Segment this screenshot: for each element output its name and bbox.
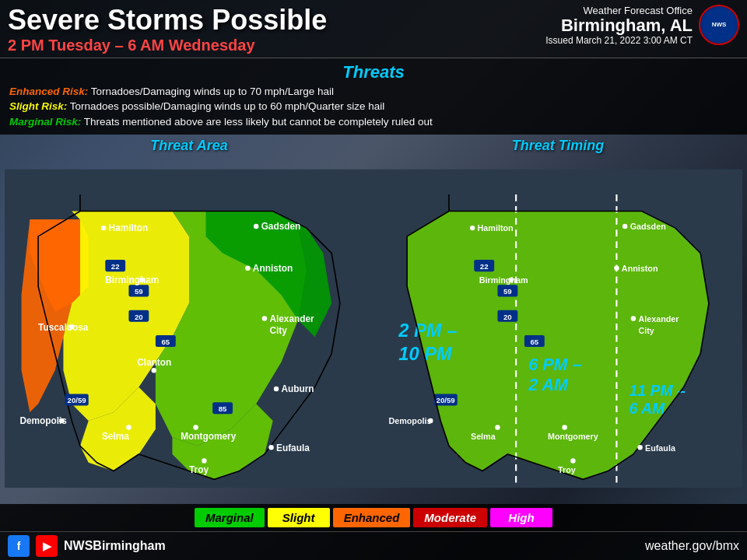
svg-text:Selma: Selma bbox=[102, 431, 129, 442]
svg-text:Gadsden: Gadsden bbox=[261, 221, 301, 232]
svg-text:Eufaula: Eufaula bbox=[645, 443, 676, 453]
svg-point-43 bbox=[202, 459, 206, 464]
maps-section: Threat Area bbox=[0, 135, 747, 501]
svg-text:20: 20 bbox=[503, 313, 512, 321]
svg-text:6 PM –: 6 PM – bbox=[528, 355, 581, 374]
enhanced-risk-label: Enhanced Risk: bbox=[9, 86, 88, 97]
header-left: Severe Storms Possible 2 PM Tuesday – 6 … bbox=[8, 5, 327, 54]
svg-text:22: 22 bbox=[111, 262, 120, 271]
wfo-city: Birmingham, AL bbox=[545, 16, 693, 35]
threat-area-title: Threat Area bbox=[5, 138, 374, 154]
svg-text:59: 59 bbox=[135, 287, 143, 296]
svg-text:Birmingham: Birmingham bbox=[479, 275, 528, 285]
wfo-info: Weather Forecast Office Birmingham, AL I… bbox=[545, 5, 693, 46]
footer: f ▶ NWSBirmingham weather.gov/bmx bbox=[0, 531, 747, 560]
svg-point-73 bbox=[614, 266, 619, 271]
slight-risk-line: Slight Risk: Tornadoes possible/Damaging… bbox=[9, 100, 738, 114]
svg-text:City: City bbox=[638, 326, 654, 335]
svg-text:Auburn: Auburn bbox=[281, 383, 314, 394]
threats-title: Threats bbox=[9, 62, 738, 82]
svg-text:Anniston: Anniston bbox=[253, 263, 293, 274]
risk-legend: Marginal Slight Enhanced Moderate High bbox=[0, 504, 747, 531]
svg-text:Troy: Troy bbox=[189, 464, 209, 475]
issued-time: Issued March 21, 2022 3:00 AM CT bbox=[545, 35, 693, 46]
youtube-icon[interactable]: ▶ bbox=[36, 535, 58, 557]
svg-text:65: 65 bbox=[161, 338, 170, 346]
svg-point-41 bbox=[274, 387, 279, 391]
legend-marginal: Marginal bbox=[195, 508, 265, 527]
enhanced-risk-line: Enhanced Risk: Tornadoes/Damaging winds … bbox=[9, 85, 738, 99]
threat-timing-panel: Threat Timing 59 22 20 bbox=[374, 138, 742, 501]
svg-text:Demopolis: Demopolis bbox=[19, 415, 67, 426]
enhanced-risk-text: Tornadoes/Damaging winds up to 70 mph/La… bbox=[91, 86, 334, 97]
svg-text:Montgomery: Montgomery bbox=[181, 431, 236, 442]
svg-text:City: City bbox=[269, 325, 287, 336]
threat-timing-svg: 59 22 20 65 20/59 2 PM – 10 PM 6 PM – 2 … bbox=[374, 156, 742, 501]
legend-slight: Slight bbox=[268, 508, 330, 527]
svg-point-86 bbox=[637, 445, 642, 450]
nws-logo-icon: NWS bbox=[699, 5, 739, 45]
svg-point-37 bbox=[126, 425, 131, 430]
svg-text:20/59: 20/59 bbox=[68, 396, 87, 404]
social-handle: NWSBirmingham bbox=[64, 539, 166, 553]
svg-text:Troy: Troy bbox=[558, 465, 576, 474]
svg-point-75 bbox=[631, 316, 636, 320]
svg-text:Gadsden: Gadsden bbox=[630, 222, 666, 231]
legend-moderate: Moderate bbox=[413, 508, 487, 527]
svg-text:Hamilton: Hamilton bbox=[109, 223, 149, 234]
svg-text:Montgomery: Montgomery bbox=[548, 432, 598, 441]
svg-text:20/59: 20/59 bbox=[437, 396, 456, 404]
svg-point-33 bbox=[152, 368, 156, 373]
svg-text:Eufaula: Eufaula bbox=[276, 443, 310, 453]
svg-text:Alexander: Alexander bbox=[269, 313, 314, 324]
svg-point-26 bbox=[245, 266, 250, 271]
threats-section: Threats Enhanced Risk: Tornadoes/Damagin… bbox=[0, 58, 747, 135]
svg-text:59: 59 bbox=[503, 287, 512, 296]
marginal-risk-line: Marginal Risk: Threats mentioned above a… bbox=[9, 115, 738, 129]
header-right: Weather Forecast Office Birmingham, AL I… bbox=[545, 5, 739, 46]
svg-text:85: 85 bbox=[219, 404, 227, 413]
slight-risk-label: Slight Risk: bbox=[9, 100, 67, 112]
footer-social: f ▶ NWSBirmingham bbox=[8, 535, 166, 557]
threat-area-map: 59 22 20 65 20/59 85 Hamilton Gadsden bbox=[5, 156, 374, 501]
wfo-label: Weather Forecast Office bbox=[545, 5, 693, 16]
threat-area-svg: 59 22 20 65 20/59 85 Hamilton Gadsden bbox=[5, 156, 374, 501]
svg-text:6 AM: 6 AM bbox=[630, 400, 665, 417]
svg-text:65: 65 bbox=[530, 338, 538, 346]
svg-point-45 bbox=[268, 445, 273, 450]
svg-text:20: 20 bbox=[135, 313, 143, 321]
threat-timing-map: 59 22 20 65 20/59 2 PM – 10 PM 6 PM – 2 … bbox=[374, 156, 742, 501]
legend-enhanced: Enhanced bbox=[333, 508, 411, 527]
svg-point-20 bbox=[101, 226, 106, 230]
header: Severe Storms Possible 2 PM Tuesday – 6 … bbox=[0, 0, 747, 58]
svg-point-69 bbox=[622, 224, 627, 229]
svg-text:2 PM –: 2 PM – bbox=[398, 320, 457, 341]
svg-point-80 bbox=[495, 425, 500, 430]
svg-point-39 bbox=[193, 425, 198, 430]
svg-text:2 AM: 2 AM bbox=[528, 376, 569, 394]
svg-point-22 bbox=[254, 224, 258, 229]
svg-text:22: 22 bbox=[480, 262, 489, 271]
time-range: 2 PM Tuesday – 6 AM Wednesday bbox=[8, 36, 327, 54]
svg-text:Clanton: Clanton bbox=[137, 357, 171, 368]
slight-risk-text: Tornadoes possible/Damaging winds up to … bbox=[70, 100, 384, 112]
svg-text:Selma: Selma bbox=[471, 432, 496, 441]
legend-high: High bbox=[490, 508, 552, 527]
marginal-risk-text: Threats mentioned above are less likely … bbox=[84, 116, 433, 128]
svg-text:Alexander: Alexander bbox=[638, 314, 679, 324]
svg-point-84 bbox=[570, 459, 575, 464]
main-title: Severe Storms Possible bbox=[8, 5, 327, 36]
svg-text:Birmingham: Birmingham bbox=[105, 275, 159, 285]
svg-point-82 bbox=[562, 425, 566, 430]
svg-text:Anniston: Anniston bbox=[622, 264, 658, 273]
marginal-risk-label: Marginal Risk: bbox=[9, 116, 81, 128]
svg-text:Tuscaloosa: Tuscaloosa bbox=[38, 322, 89, 333]
threat-timing-title: Threat Timing bbox=[374, 138, 742, 154]
svg-text:Demopolis: Demopolis bbox=[388, 416, 431, 425]
svg-point-67 bbox=[470, 226, 475, 230]
facebook-icon[interactable]: f bbox=[8, 535, 30, 557]
threat-area-panel: Threat Area bbox=[5, 138, 374, 501]
footer-website: weather.gov/bmx bbox=[645, 539, 739, 553]
svg-text:Hamilton: Hamilton bbox=[478, 224, 514, 233]
svg-point-30 bbox=[262, 316, 267, 320]
